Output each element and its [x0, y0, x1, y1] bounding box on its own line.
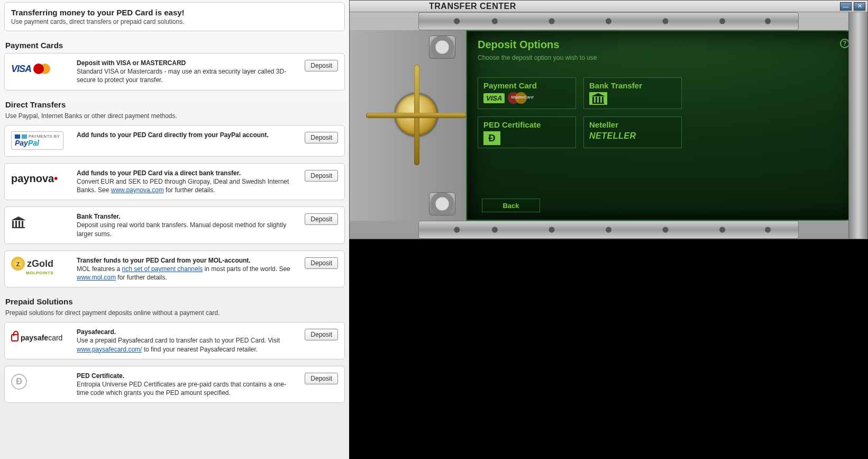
option-title: Payment Card: [483, 81, 570, 90]
zgold-logo: z zGold MOLPOINTS: [11, 256, 69, 276]
deposit-options-title: Deposit Options: [478, 39, 848, 51]
section-sub-prepaid: Prepaid solutions for direct payment dep…: [5, 309, 345, 317]
ped-certificate-logo: Đ: [11, 372, 69, 392]
option-title: PED Certificate: [483, 120, 570, 129]
lock-icon: [11, 334, 19, 341]
vault-hinge-icon: [429, 35, 455, 59]
card-bank-transfer: Bank Transfer. Deposit using real world …: [4, 206, 345, 244]
deposit-button[interactable]: Deposit: [305, 170, 338, 182]
transfer-center-window: TRANSFER CENTER — ✕ Deposit Options Choo…: [349, 0, 868, 239]
mol-channels-link[interactable]: rich set of payment channels: [122, 265, 203, 273]
deposit-methods-panel: Transferring money to your PED Card is e…: [0, 0, 349, 459]
vault-frame-bottom: [418, 221, 799, 239]
option-payment-card[interactable]: Payment Card VISA MasterCard: [478, 77, 576, 109]
section-sub-direct-transfers: Use Paypal, Internet Banks or other dire…: [5, 112, 345, 120]
section-head-payment-cards: Payment Cards: [5, 41, 345, 50]
visa-icon: VISA: [11, 64, 31, 75]
mastercard-icon: MasterCard: [508, 92, 538, 104]
visa-icon: VISA: [483, 93, 505, 103]
card-zgold: z zGold MOLPOINTS Transfer funds to your…: [4, 250, 345, 288]
vault-hinge-icon: [429, 192, 455, 215]
card-title: Paysafecard.: [77, 328, 116, 336]
card-desc: Entropia Universe PED Certificates are p…: [77, 381, 286, 397]
bank-transfer-logo: [11, 212, 69, 232]
card-paypal: PAYMENTS BY PayPal Add funds to your PED…: [4, 125, 345, 157]
card-ped-certificate: Đ PED Certificate. Entropia Universe PED…: [4, 366, 345, 403]
card-title: Add funds to your PED Card via a direct …: [77, 169, 241, 177]
intro-card: Transferring money to your PED Card is e…: [4, 2, 345, 31]
bank-icon: [11, 217, 26, 228]
bank-icon: [589, 92, 607, 105]
card-body: PED Certificate. Entropia Universe PED C…: [77, 372, 297, 398]
game-viewport: TRANSFER CENTER — ✕ Deposit Options Choo…: [349, 0, 868, 459]
deposit-options-sub: Choose the deposit option you wish to us…: [478, 54, 848, 61]
card-body: Add funds to your PED Card directly from…: [77, 131, 297, 139]
intro-sub: Use payment cards, direct transfers or p…: [11, 18, 338, 25]
ped-coin-icon: Đ: [11, 374, 27, 390]
option-title: Neteller: [589, 120, 676, 129]
deposit-button[interactable]: Deposit: [305, 373, 338, 384]
deposit-button[interactable]: Deposit: [305, 257, 338, 269]
card-paysafecard: paysafecard Paysafecard. Use a prepaid P…: [4, 322, 345, 359]
zgold-coin-icon: z: [11, 257, 25, 271]
card-title: PED Certificate.: [77, 372, 124, 380]
vault-frame-top: [418, 12, 799, 30]
section-head-direct-transfers: Direct Transfers: [5, 100, 345, 109]
section-head-prepaid: Prepaid Solutions: [5, 297, 345, 306]
card-title: Add funds to your PED Card directly from…: [77, 131, 269, 139]
visa-mastercard-logo: VISA: [11, 59, 69, 79]
card-body: Transfer funds to your PED Card from you…: [77, 256, 297, 282]
card-body: Paysafecard. Use a prepaid Paysafecard c…: [77, 328, 297, 354]
vault-wheel-icon: [395, 94, 437, 136]
paypal-logo: PAYMENTS BY PayPal: [11, 131, 69, 151]
card-paynova: paynova• Add funds to your PED Card via …: [4, 163, 345, 201]
deposit-button[interactable]: Deposit: [305, 60, 338, 71]
close-button[interactable]: ✕: [854, 2, 865, 11]
deposit-button[interactable]: Deposit: [305, 132, 338, 143]
card-title: Transfer funds to your PED Card from you…: [77, 257, 251, 264]
deposit-options-grid: Payment Card VISA MasterCard Bank Transf…: [478, 77, 700, 148]
card-visa-mastercard: VISA Deposit with VISA or MASTERCARD Sta…: [4, 53, 345, 91]
deposit-button[interactable]: Deposit: [305, 329, 338, 340]
neteller-icon: NETELLER: [589, 131, 636, 141]
card-desc: Deposit using real world bank transfers.…: [77, 221, 286, 237]
card-body: Add funds to your PED Card via a direct …: [77, 169, 297, 195]
paysafecard-link[interactable]: www.paysafecard.com/: [77, 346, 142, 353]
ped-icon: Đ: [483, 131, 500, 145]
card-body: Bank Transfer. Deposit using real world …: [77, 212, 297, 238]
card-title: Bank Transfer.: [77, 213, 121, 220]
option-title: Bank Transfer: [589, 81, 676, 90]
option-bank-transfer[interactable]: Bank Transfer: [583, 77, 682, 109]
mastercard-icon: [33, 62, 52, 75]
paysafecard-logo: paysafecard: [11, 328, 69, 348]
option-neteller[interactable]: Neteller NETELLER: [583, 116, 682, 148]
vault-door-graphic: [350, 30, 466, 221]
intro-title: Transferring money to your PED Card is e…: [11, 8, 338, 17]
transfer-center-body: Deposit Options Choose the deposit optio…: [350, 30, 867, 221]
vault-frame-right: [848, 12, 867, 239]
window-title: TRANSFER CENTER: [429, 2, 516, 11]
deposit-button[interactable]: Deposit: [305, 213, 338, 225]
card-body: Deposit with VISA or MASTERCARD Standard…: [77, 59, 297, 85]
back-button[interactable]: Back: [482, 199, 540, 212]
mol-link[interactable]: www.mol.com: [77, 274, 116, 281]
card-title: Deposit with VISA or MASTERCARD: [77, 59, 186, 67]
deposit-options-screen: Deposit Options Choose the deposit optio…: [466, 30, 860, 221]
minimize-button[interactable]: —: [840, 2, 852, 11]
transfer-center-titlebar[interactable]: TRANSFER CENTER — ✕: [350, 1, 867, 12]
paynova-logo: paynova•: [11, 169, 69, 189]
option-ped-certificate[interactable]: PED Certificate Đ: [478, 116, 576, 148]
paynova-link[interactable]: www.paynova.com: [111, 186, 164, 194]
card-desc: Standard VISA or Mastercards - may use a…: [77, 68, 286, 84]
